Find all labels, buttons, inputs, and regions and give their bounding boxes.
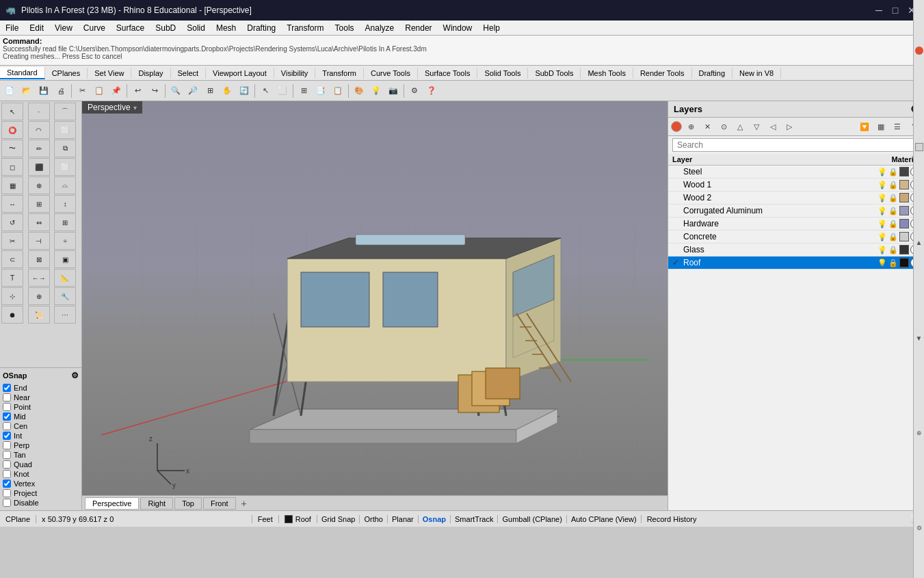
circle-tool[interactable]: ⭕ — [1, 121, 23, 139]
properties-icon[interactable]: 📋 — [330, 83, 346, 99]
layer-bulb-icon[interactable]: 💡 — [877, 246, 887, 254]
menu-item-window[interactable]: Window — [438, 22, 478, 34]
maximize-button[interactable]: □ — [888, 3, 902, 17]
rotate-icon[interactable]: 🔄 — [236, 83, 252, 99]
zoom-out-icon[interactable]: 🔎 — [185, 83, 201, 99]
color-strip-extra[interactable]: ⊕ — [916, 430, 922, 436]
osnap-checkbox-int[interactable] — [3, 432, 11, 440]
layer-color-swatch[interactable] — [899, 219, 909, 228]
layer-lock-icon[interactable]: 🔒 — [888, 194, 898, 202]
layer-lock-icon[interactable]: 🔒 — [888, 259, 898, 267]
layer-left-btn[interactable]: ◁ — [765, 120, 780, 133]
layer-bulb-icon[interactable]: 💡 — [877, 194, 887, 202]
fillet-tool[interactable]: ⌓ — [54, 176, 76, 194]
osnap-cen[interactable]: Cen — [3, 421, 79, 431]
auto-cplane-toggle[interactable]: Auto CPlane (View) — [567, 515, 642, 523]
layer-row[interactable]: Wood 1💡🔒 — [668, 179, 924, 192]
osnap-checkbox-cen[interactable] — [3, 422, 11, 430]
layer-row[interactable]: ✓Roof💡🔒 — [668, 257, 924, 270]
menu-item-view[interactable]: View — [49, 22, 78, 34]
cplane-tool[interactable]: ⊹ — [1, 287, 23, 305]
tab-set-view[interactable]: Set View — [88, 68, 131, 79]
filter-icon[interactable]: 🔽 — [857, 120, 872, 133]
minimize-button[interactable]: ─ — [872, 3, 886, 17]
smart-track-toggle[interactable]: SmartTrack — [451, 515, 498, 523]
layer-delete-btn[interactable]: ✕ — [700, 120, 715, 133]
viewport-tab-top[interactable]: Top — [174, 497, 202, 510]
render-icon[interactable]: 🎨 — [351, 83, 367, 99]
extend-tool[interactable]: ⊣ — [28, 232, 50, 250]
tab-viewport-layout[interactable]: Viewport Layout — [206, 68, 274, 79]
layer-bulb-icon[interactable]: 💡 — [877, 259, 887, 267]
osnap-knot[interactable]: Knot — [3, 469, 79, 479]
layer-color-swatch[interactable] — [899, 232, 909, 241]
analyze-tool[interactable]: 📐 — [54, 269, 76, 287]
osnap-checkbox-mid[interactable] — [3, 412, 11, 421]
tab-visibility[interactable]: Visibility — [274, 68, 316, 79]
layer-lock-icon[interactable]: 🔒 — [888, 207, 898, 215]
osnap-vertex[interactable]: Vertex — [3, 479, 79, 488]
tab-surface-tools[interactable]: Surface Tools — [418, 68, 477, 79]
viewport-area[interactable]: Perspective ▾ — [82, 101, 668, 510]
layer-icon[interactable]: 📑 — [313, 83, 329, 99]
copy-icon[interactable]: 📋 — [91, 83, 107, 99]
window-select-icon[interactable]: ⬜ — [274, 83, 291, 99]
layer-up-btn[interactable]: △ — [732, 120, 748, 133]
tab-display[interactable]: Display — [131, 68, 170, 79]
zoom-in-icon[interactable]: 🔍 — [168, 83, 184, 99]
menu-item-mesh[interactable]: Mesh — [211, 22, 241, 34]
menu-item-render[interactable]: Render — [399, 22, 437, 34]
curve-tool[interactable]: 〜 — [1, 140, 23, 157]
gumball-tool[interactable]: ⊕ — [28, 287, 50, 305]
boolean-tool[interactable]: ⊕ — [28, 176, 50, 194]
menu-item-drafting[interactable]: Drafting — [241, 22, 281, 34]
cut-icon[interactable]: ✂ — [74, 83, 90, 99]
menu-item-help[interactable]: Help — [477, 22, 505, 34]
surface-tool[interactable]: ◻ — [1, 158, 23, 176]
tab-standard[interactable]: Standard — [0, 67, 45, 79]
dim-tool[interactable]: ←→ — [28, 269, 50, 287]
osnap-checkbox-project[interactable] — [3, 489, 11, 497]
viewport-tab-front[interactable]: Front — [203, 497, 236, 510]
menu-item-subd[interactable]: SubD — [150, 22, 181, 34]
layer-bulb-icon[interactable]: 💡 — [877, 168, 887, 176]
menu-item-curve[interactable]: Curve — [78, 22, 111, 34]
tab-solid-tools[interactable]: Solid Tools — [477, 68, 528, 79]
layer-lock-icon[interactable]: 🔒 — [888, 246, 898, 254]
layer-row[interactable]: Steel💡🔒 — [668, 166, 924, 179]
grid-snap-toggle[interactable]: Grid Snap — [317, 515, 360, 523]
grid-view-icon[interactable]: ▦ — [873, 120, 888, 133]
tab-subd-tools[interactable]: SubD Tools — [528, 68, 581, 79]
osnap-checkbox-quad[interactable] — [3, 460, 11, 469]
zoom-ext-icon[interactable]: ⊞ — [202, 83, 218, 99]
color-strip-top[interactable]: ▲ — [916, 239, 923, 246]
record-tool[interactable]: ⏺ — [1, 306, 23, 324]
layer-down-btn[interactable]: ▽ — [749, 120, 764, 133]
text-tool[interactable]: T — [1, 269, 23, 287]
menu-item-solid[interactable]: Solid — [181, 22, 211, 34]
layer-color-swatch[interactable] — [899, 258, 909, 267]
join-tool[interactable]: ⊂ — [1, 250, 23, 268]
solid-tool[interactable]: ⬜ — [54, 158, 76, 176]
arc-tool[interactable]: ◠ — [28, 121, 50, 139]
color-strip-gray[interactable] — [915, 143, 923, 151]
point-tool[interactable]: · — [28, 103, 50, 120]
osnap-checkbox-vertex[interactable] — [3, 480, 11, 488]
select-tool[interactable]: ↖ — [1, 103, 23, 120]
save-icon[interactable]: 💾 — [36, 83, 52, 99]
group-tool[interactable]: ⊠ — [28, 250, 50, 268]
extrude-tool[interactable]: ⬛ — [28, 158, 50, 176]
menu-item-edit[interactable]: Edit — [24, 22, 49, 34]
osnap-int[interactable]: Int — [3, 431, 79, 441]
tab-select[interactable]: Select — [171, 68, 207, 79]
osnap-project[interactable]: Project — [3, 488, 79, 498]
layer-color-swatch[interactable] — [899, 193, 909, 202]
open-file-icon[interactable]: 📂 — [18, 83, 35, 99]
grid-icon[interactable]: ⊞ — [295, 83, 312, 99]
osnap-toggle[interactable]: Osnap — [419, 515, 451, 523]
layer-bulb-icon[interactable]: 💡 — [877, 233, 887, 241]
menu-item-analyze[interactable]: Analyze — [360, 22, 400, 34]
tab-render-tools[interactable]: Render Tools — [633, 68, 692, 79]
settings-icon[interactable]: ⚙ — [406, 83, 423, 99]
viewport-tab-right[interactable]: Right — [140, 497, 173, 510]
